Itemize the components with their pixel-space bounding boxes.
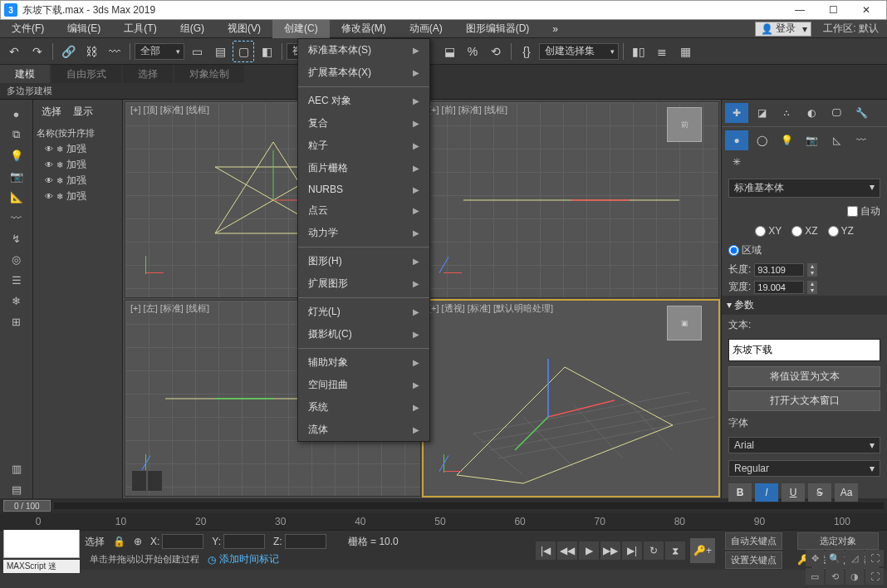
workspace-value[interactable]: 默认 [859, 22, 879, 34]
z-input[interactable] [285, 534, 326, 549]
pan-button[interactable]: ✥ [806, 550, 824, 566]
ribbon-tab-modeling[interactable]: 建模 [0, 65, 50, 83]
window-crossing-button[interactable]: ◧ [256, 41, 277, 62]
cat-cameras[interactable]: 📷 [800, 130, 823, 150]
eye-icon[interactable]: 👁 [45, 160, 53, 169]
mini-listener[interactable] [3, 528, 80, 558]
light-icon[interactable]: 💡 [6, 146, 27, 164]
zoom-button[interactable]: 🔍 [826, 550, 844, 566]
login-dropdown[interactable]: 👤 登录 [755, 22, 811, 37]
time-track[interactable] [54, 502, 884, 509]
zoom-extents-button[interactable]: ⛶ [865, 550, 884, 566]
cat-geometry[interactable]: ● [725, 130, 748, 150]
goto-start-button[interactable]: |◀ [536, 541, 556, 560]
maximize-button[interactable]: ☐ [816, 1, 850, 19]
panel-toggle2-icon[interactable]: ▤ [6, 480, 27, 498]
ribbon-tab-selection[interactable]: 选择 [123, 65, 173, 83]
region-radio[interactable]: 区域 [728, 243, 762, 257]
percent-snap-button[interactable]: % [462, 41, 483, 62]
auto-checkbox[interactable]: 自动 [847, 204, 880, 218]
viewport-label[interactable]: [+] [顶] [标准] [线框] [130, 104, 209, 116]
axis-xy[interactable]: XY [755, 225, 782, 237]
font-name-select[interactable]: Arial [728, 437, 880, 453]
cmd-tab-modify[interactable]: ◪ [750, 103, 773, 123]
font-style-select[interactable]: Regular [728, 460, 880, 477]
scene-item[interactable]: 👁❄加强 [37, 157, 119, 173]
cmd-tab-motion[interactable]: ◐ [800, 103, 823, 123]
viewport-label[interactable]: [+] [前] [标准] [线框] [429, 104, 507, 116]
menu-lights[interactable]: 灯光(L)▶ [298, 301, 429, 323]
menu-compound[interactable]: 复合▶ [298, 112, 429, 135]
menu-shapes[interactable]: 图形(H)▶ [298, 250, 429, 272]
width-input[interactable] [754, 281, 804, 294]
close-button[interactable]: ✕ [850, 1, 883, 19]
category-select[interactable]: 标准基本体 [728, 179, 880, 198]
axis-xz[interactable]: XZ [791, 225, 817, 237]
path-icon[interactable]: ↯ [6, 229, 27, 247]
menu-extended-shapes[interactable]: 扩展图形▶ [298, 272, 429, 295]
scene-tab-select[interactable]: 选择 [42, 105, 61, 119]
menu-cameras[interactable]: 摄影机(C)▶ [298, 323, 429, 345]
freeze-icon[interactable]: ❄ [56, 176, 63, 185]
viewcube[interactable]: 前 [667, 107, 702, 142]
menu-aec[interactable]: AEC 对象▶ [298, 90, 429, 112]
walk-button[interactable]: ◑ [845, 568, 864, 585]
menu-overflow[interactable]: » [541, 20, 570, 38]
menu-patch-grids[interactable]: 面片栅格▶ [298, 157, 429, 179]
cmd-tab-display[interactable]: 🖵 [825, 103, 848, 123]
cat-shapes[interactable]: ◯ [750, 130, 773, 150]
named-selection-set[interactable]: 创建选择集 [539, 43, 619, 60]
dynamics-icon[interactable]: ❄ [6, 292, 27, 310]
scene-item[interactable]: 👁❄加强 [37, 173, 119, 189]
eye-icon[interactable]: 👁 [45, 176, 53, 185]
measure-icon[interactable]: 📐 [6, 188, 27, 206]
menu-tools[interactable]: 工具(T) [112, 20, 168, 38]
bind-space-warp-button[interactable]: 〰 [104, 41, 125, 62]
menu-edit[interactable]: 编辑(E) [56, 20, 112, 38]
zoom-region-button[interactable]: ▭ [806, 568, 824, 585]
spin-up-icon[interactable]: ▴▾ [807, 281, 817, 294]
case-button[interactable]: Aa [835, 483, 858, 502]
axis-yz[interactable]: YZ [828, 225, 854, 237]
sphere-icon[interactable]: ● [6, 105, 27, 123]
underline-button[interactable]: U [782, 483, 805, 502]
add-time-tag[interactable]: ◷ 添加时间标记 [208, 552, 279, 566]
cat-lights[interactable]: 💡 [775, 130, 798, 150]
menu-extended-primitives[interactable]: 扩展基本体(X)▶ [298, 61, 429, 84]
select-object-button[interactable]: ▭ [186, 41, 208, 62]
ribbon-tab-object-paint[interactable]: 对象绘制 [174, 65, 244, 83]
scene-column-header[interactable]: 名称(按升序排 [37, 125, 119, 141]
spinner-snap-button[interactable]: ⟲ [485, 41, 507, 62]
link-button[interactable]: 🔗 [57, 41, 79, 62]
minimize-button[interactable]: — [783, 1, 816, 19]
filter-select[interactable]: 全部 [135, 43, 184, 60]
menu-modifiers[interactable]: 修改器(M) [330, 20, 398, 38]
time-config-button[interactable]: ⧗ [665, 541, 685, 560]
menu-nurbs[interactable]: NURBS▶ [298, 179, 429, 199]
menu-animation[interactable]: 动画(A) [398, 20, 454, 38]
menu-file[interactable]: 文件(F) [0, 20, 56, 38]
selected-object-combo[interactable]: 选定对象 [797, 532, 879, 550]
auto-key-button[interactable]: 自动关键点 [725, 532, 782, 550]
menu-helpers[interactable]: 辅助对象▶ [298, 351, 429, 374]
x-input[interactable] [162, 534, 203, 549]
redo-button[interactable]: ↷ [27, 41, 48, 62]
params-rollout[interactable]: ▾ 参数 [722, 296, 887, 315]
spin-up-icon[interactable]: ▴▾ [807, 263, 817, 277]
fov-button[interactable]: ◿ [845, 550, 864, 566]
layer-button[interactable]: ▦ [674, 41, 696, 62]
cmd-tab-hierarchy[interactable]: ⛬ [775, 103, 798, 123]
menu-graph-editors[interactable]: 图形编辑器(D) [454, 20, 542, 38]
max-toggle-button[interactable]: ⛶ [865, 568, 884, 585]
prev-frame-button[interactable]: ◀◀ [557, 541, 577, 560]
play-button[interactable]: ▶ [579, 541, 599, 560]
time-handle[interactable]: 0 / 100 [3, 500, 51, 512]
scene-tab-display[interactable]: 显示 [73, 105, 93, 119]
hierarchy-icon[interactable]: ⊞ [6, 312, 27, 331]
loop-button[interactable]: ↻ [644, 541, 664, 560]
strike-button[interactable]: S̶ [808, 483, 831, 502]
maxscript-input[interactable]: MAXScript 迷 [3, 560, 80, 573]
viewport-label[interactable]: [+] [左] [标准] [线框] [130, 302, 209, 315]
text-input[interactable]: 东坡下载 [728, 339, 880, 361]
align-button[interactable]: ≣ [651, 41, 673, 62]
